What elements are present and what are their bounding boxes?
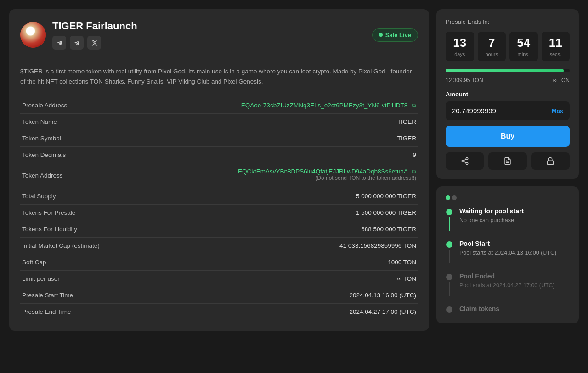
progress-bar-fill	[446, 69, 564, 72]
header-row: TIGER Fairlaunch	[20, 20, 418, 50]
svg-point-0	[466, 157, 468, 160]
raised-amount: 12 309.95 TON	[446, 77, 483, 84]
value-presale-end: 2024.04.27 17:00 (UTC)	[112, 304, 418, 320]
table-row: Total Supply 5 000 000 000 TIGER	[20, 188, 418, 205]
tl-content-waiting: Waiting for pool start No one can purcha…	[459, 207, 524, 231]
tl-title-waiting: Waiting for pool start	[459, 207, 524, 215]
label-total-supply: Total Supply	[20, 188, 112, 205]
timeline-item-waiting: Waiting for pool start No one can purcha…	[446, 207, 570, 231]
sale-status-badge: Sale Live	[372, 28, 418, 42]
countdown-hours: 7 hours	[478, 32, 506, 61]
countdown-mins: 54 mins.	[509, 32, 538, 61]
max-button[interactable]: Max	[552, 107, 563, 114]
svg-rect-7	[548, 161, 554, 164]
tl-indicator-dot-2	[452, 195, 457, 200]
timeline-items: Waiting for pool start No one can purcha…	[446, 207, 570, 314]
tl-desc-pool-ended: Pool ends at 2024.04.27 17:00 (UTC)	[459, 282, 555, 290]
table-row: Tokens For Presale 1 500 000 000 TIGER	[20, 205, 418, 221]
table-row: Token Symbol TIGER	[20, 130, 418, 147]
buy-button[interactable]: Buy	[446, 126, 570, 147]
value-token-name: TIGER	[112, 114, 418, 130]
value-tokens-presale: 1 500 000 000 TIGER	[112, 205, 418, 221]
label-presale-end: Presale End Time	[20, 304, 112, 320]
presale-card: Presale Ends In: 13 days 7 hours 54 mins…	[436, 9, 579, 179]
project-description: $TIGER is a first meme token with real u…	[20, 57, 418, 86]
table-row: Presale Address EQAoe-73cbZIUzZMNq3ELs_e…	[20, 97, 418, 114]
label-soft-cap: Soft Cap	[20, 254, 112, 271]
label-token-address: Token Address	[20, 163, 112, 188]
countdown-days-value: 13	[448, 36, 471, 50]
countdown-secs: 11 secs.	[542, 32, 570, 61]
label-presale-start: Presale Start Time	[20, 287, 112, 304]
value-limit-per-user: ∞ TON	[112, 271, 418, 287]
twitter-button[interactable]	[87, 36, 101, 50]
title-block: TIGER Fairlaunch	[52, 20, 137, 50]
header-left: TIGER Fairlaunch	[20, 20, 137, 50]
tl-content-pool-start: Pool Start Pool starts at 2024.04.13 16:…	[459, 240, 556, 263]
countdown-secs-value: 11	[544, 36, 567, 50]
label-token-name: Token Name	[20, 114, 112, 130]
timeline-indicator	[446, 195, 570, 200]
share-button[interactable]	[446, 152, 484, 170]
value-token-address: EQCktEmAsvYBn8DPS6lu4QfatjEJJRLwD94aDqb8…	[112, 163, 418, 188]
countdown-days: 13 days	[446, 32, 474, 61]
timeline-item-pool-start: Pool Start Pool starts at 2024.04.13 16:…	[446, 240, 570, 263]
presale-address-text: EQAoe-73cbZIUzZMNq3ELs_e2ct6PMEzy3t_YN6-…	[241, 102, 407, 109]
label-market-cap: Initial Market Cap (estimate)	[20, 238, 112, 254]
label-presale-address: Presale Address	[20, 97, 112, 114]
countdown-hours-value: 7	[481, 36, 503, 50]
countdown-row: 13 days 7 hours 54 mins. 11 secs.	[446, 32, 570, 61]
countdown-days-label: days	[448, 51, 471, 57]
token-address-warning: (Do not send TON to the token address!!)	[114, 175, 416, 183]
tl-content-pool-ended: Pool Ended Pool ends at 2024.04.27 17:00…	[459, 273, 555, 296]
right-panel: Presale Ends In: 13 days 7 hours 54 mins…	[436, 9, 579, 331]
telegram-2-button[interactable]	[70, 36, 84, 50]
timeline-item-claim: Claim tokens	[446, 305, 570, 314]
sale-status-label: Sale Live	[385, 32, 411, 39]
tl-line-3	[449, 282, 450, 296]
progress-bar-wrap	[446, 69, 570, 72]
tl-circle-3	[446, 274, 452, 280]
table-row: Token Decimals 9	[20, 147, 418, 163]
telegram-1-button[interactable]	[52, 36, 66, 50]
table-row: Initial Market Cap (estimate) 41 033.156…	[20, 238, 418, 254]
tl-line-2	[449, 250, 450, 263]
countdown-mins-value: 54	[512, 36, 535, 50]
table-row: Token Address EQCktEmAsvYBn8DPS6lu4Qfatj…	[20, 163, 418, 188]
table-row: Limit per user ∞ TON	[20, 271, 418, 287]
table-row: Presale Start Time 2024.04.13 16:00 (UTC…	[20, 287, 418, 304]
copy-token-address-icon[interactable]: ⧉	[412, 168, 416, 175]
label-token-decimals: Token Decimals	[20, 147, 112, 163]
tl-title-claim: Claim tokens	[459, 305, 499, 312]
value-soft-cap: 1000 TON	[112, 254, 418, 271]
social-icons	[52, 36, 137, 50]
left-panel: TIGER Fairlaunch	[9, 9, 429, 331]
label-token-symbol: Token Symbol	[20, 130, 112, 147]
receipt-button[interactable]	[488, 152, 526, 170]
value-tokens-liquidity: 688 500 000 TIGER	[112, 221, 418, 238]
presale-ends-label: Presale Ends In:	[446, 18, 570, 25]
tl-left-2	[446, 240, 453, 263]
tl-left-3	[446, 273, 453, 296]
copy-presale-address-icon[interactable]: ⧉	[412, 102, 416, 109]
value-total-supply: 5 000 000 000 TIGER	[112, 188, 418, 205]
amount-input[interactable]	[452, 107, 552, 115]
progress-amounts: 12 309.95 TON ∞ TON	[446, 77, 570, 84]
table-row: Token Name TIGER	[20, 114, 418, 130]
svg-point-1	[462, 160, 464, 162]
tl-desc-waiting: No one can purchase	[459, 217, 524, 225]
table-row: Presale End Time 2024.04.27 17:00 (UTC)	[20, 304, 418, 320]
tl-circle-4	[446, 306, 452, 313]
tl-title-pool-ended: Pool Ended	[459, 273, 555, 280]
timeline-item-pool-ended: Pool Ended Pool ends at 2024.04.27 17:00…	[446, 273, 570, 296]
tl-line-1	[449, 217, 450, 231]
info-table: Presale Address EQAoe-73cbZIUzZMNq3ELs_e…	[20, 97, 418, 320]
countdown-mins-label: mins.	[512, 51, 535, 57]
value-presale-address: EQAoe-73cbZIUzZMNq3ELs_e2ct6PMEzy3t_YN6-…	[112, 97, 418, 114]
lock-button[interactable]	[531, 152, 570, 170]
tl-circle-2	[446, 241, 452, 248]
tl-left-1	[446, 207, 453, 231]
table-row: Tokens For Liquidity 688 500 000 TIGER	[20, 221, 418, 238]
amount-input-wrap: Max	[446, 101, 570, 120]
tl-content-claim: Claim tokens	[459, 305, 499, 314]
